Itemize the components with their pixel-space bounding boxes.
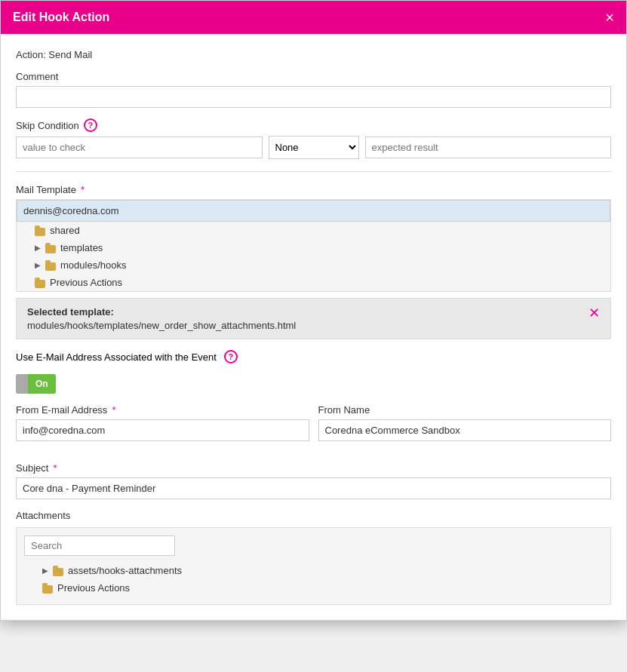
section-divider	[16, 171, 611, 172]
chevron-right-icon[interactable]: ▶	[42, 566, 48, 575]
attachments-label: Attachments	[16, 510, 611, 521]
edit-hook-action-modal: Edit Hook Action × Action: Send Mail Com…	[0, 0, 627, 621]
from-email-group: From E-mail Address *	[16, 404, 309, 441]
folder-icon	[53, 566, 65, 576]
from-name-label: From Name	[318, 404, 612, 416]
use-email-toggle[interactable]: On	[16, 374, 56, 394]
attachments-search-input[interactable]	[24, 535, 175, 556]
clear-template-button[interactable]: ✕	[589, 306, 600, 320]
tree-item-previous-actions-attach[interactable]: Previous Actions	[24, 579, 603, 597]
modal-body: Action: Send Mail Comment Skip Condition…	[1, 34, 626, 620]
from-name-group: From Name	[318, 404, 612, 441]
toggle-on-label: On	[28, 374, 56, 394]
toggle-row: On	[16, 374, 611, 394]
skip-condition-help-icon[interactable]: ?	[84, 118, 97, 132]
use-email-row: Use E-Mail Address Associated with the E…	[16, 350, 611, 364]
tree-item-assets-hooks[interactable]: ▶ assets/hooks-attachments	[24, 562, 603, 579]
mail-template-label: Mail Template *	[16, 184, 611, 195]
tree-item-modules-hooks[interactable]: ▶ modules/hooks	[17, 256, 610, 274]
subject-input[interactable]	[16, 477, 611, 499]
use-email-label: Use E-Mail Address Associated with the E…	[16, 351, 217, 363]
mail-template-group: Mail Template * shared ▶ templates ▶	[16, 184, 611, 339]
value-to-check-input[interactable]	[16, 137, 263, 158]
skip-condition-group: Skip Condition ? None	[16, 118, 611, 159]
use-email-help-icon[interactable]: ?	[224, 350, 238, 364]
selected-template-text: Selected template: modules/hooks/templat…	[27, 306, 296, 331]
folder-icon	[35, 278, 47, 288]
attachments-box: ▶ assets/hooks-attachments Previous Acti…	[16, 527, 611, 605]
from-name-input[interactable]	[318, 419, 612, 441]
from-fields-row: From E-mail Address * From Name	[16, 404, 611, 452]
tree-item-shared[interactable]: shared	[17, 222, 610, 239]
skip-condition-label: Skip Condition ?	[16, 118, 611, 132]
subject-group: Subject *	[16, 462, 611, 499]
close-button[interactable]: ×	[605, 10, 614, 25]
mail-template-tree-container: shared ▶ templates ▶ modules/hooks Previ…	[16, 199, 611, 292]
comment-group: Comment	[16, 71, 611, 108]
mail-template-search[interactable]	[17, 200, 610, 222]
modal-header: Edit Hook Action ×	[1, 1, 626, 34]
action-label: Action: Send Mail	[16, 49, 611, 60]
folder-icon	[35, 226, 47, 236]
subject-label: Subject *	[16, 462, 611, 474]
operator-select[interactable]: None	[269, 136, 359, 159]
expected-result-input[interactable]	[365, 137, 612, 158]
modal-title: Edit Hook Action	[13, 11, 109, 24]
comment-label: Comment	[16, 71, 611, 82]
from-email-label: From E-mail Address *	[16, 404, 309, 416]
attachments-search-wrap	[24, 535, 603, 556]
chevron-right-icon[interactable]: ▶	[35, 261, 41, 269]
folder-icon	[42, 583, 54, 594]
toggle-off-label	[16, 374, 28, 394]
attachments-section: Attachments ▶ assets/hooks-attachments P…	[16, 510, 611, 605]
from-email-input[interactable]	[16, 419, 309, 441]
chevron-right-icon[interactable]: ▶	[35, 244, 41, 252]
tree-item-templates[interactable]: ▶ templates	[17, 239, 610, 256]
comment-input[interactable]	[16, 86, 611, 108]
tree-item-previous-actions[interactable]: Previous Actions	[17, 274, 610, 291]
folder-icon	[45, 243, 57, 253]
skip-condition-row: None	[16, 136, 611, 159]
folder-icon	[45, 260, 57, 271]
selected-template-bar: Selected template: modules/hooks/templat…	[16, 298, 611, 339]
